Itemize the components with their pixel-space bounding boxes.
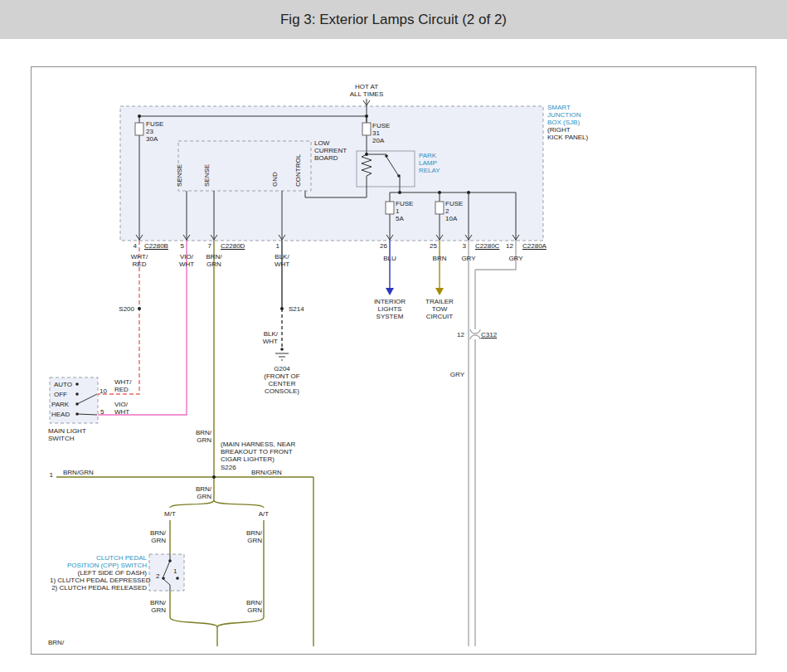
fuse2-label-line3: 10A bbox=[445, 215, 457, 222]
fuse2-label-line1: FUSE bbox=[445, 200, 463, 207]
fuse23-label-line3: 30A bbox=[146, 135, 158, 143]
wire-label-brn-grn-4b: GRN bbox=[146, 537, 166, 544]
relay-label-line1: PARK bbox=[419, 152, 436, 159]
wire-label-wht-red-1a: WHT/ bbox=[123, 253, 156, 261]
wire-label-brn: BRN bbox=[423, 255, 456, 262]
splice-s200-dot bbox=[138, 307, 141, 310]
low-current-board-label-line2: CURRENT bbox=[314, 147, 347, 154]
wire-label-brn-grn-1b: GRN bbox=[197, 261, 231, 268]
connector-c2280b[interactable]: C2280B bbox=[144, 242, 168, 250]
board-pin-sense1-label: SENSE bbox=[176, 157, 183, 187]
pin-26: 26 bbox=[377, 242, 387, 250]
pin-7: 7 bbox=[205, 242, 211, 250]
splice-s214-label: S214 bbox=[289, 305, 304, 313]
wire-label-blu: BLU bbox=[373, 255, 406, 262]
splice-s226-label: S226 bbox=[221, 464, 236, 471]
fuse1-label-line2: 1 bbox=[396, 207, 399, 215]
relay-label-line2: LAMP bbox=[419, 159, 437, 167]
ground-g204-label: G204 bbox=[249, 365, 315, 373]
c312-connector-symbol-bottom bbox=[470, 335, 480, 339]
wire-label-wht-red-2a: WHT/ bbox=[114, 378, 131, 386]
mls-pin-5: 5 bbox=[100, 408, 104, 416]
wire-label-vio-wht-2b: WHT bbox=[114, 408, 129, 416]
mls-pin-10: 10 bbox=[100, 387, 107, 395]
wire-label-brn-grn-5a: BRN/ bbox=[242, 529, 262, 537]
wire-label-blk-wht-1b: WHT bbox=[265, 261, 299, 268]
wire-label-brn-grn-4a: BRN/ bbox=[146, 529, 166, 537]
wire-label-wht-red-2b: RED bbox=[114, 386, 129, 393]
ground-symbol-g204 bbox=[275, 348, 289, 360]
wire-label-brn-grn-3a: BRN/ bbox=[191, 485, 211, 493]
hot-at-label-line1: HOT AT bbox=[347, 83, 386, 90]
cpp-contact-1: 1 bbox=[173, 567, 177, 575]
trailer-tow-line1: TRAILER bbox=[415, 298, 464, 305]
s226-note-line3: CIGAR LIGHTER) bbox=[221, 455, 274, 463]
wire-label-blk-wht-2b: WHT bbox=[253, 338, 278, 345]
wire-label-blk-wht-1a: BLK/ bbox=[265, 253, 299, 261]
connector-c2280a[interactable]: C2280A bbox=[522, 242, 547, 250]
brn-arrowhead bbox=[435, 288, 444, 295]
wire-label-wht-red-1b: RED bbox=[123, 261, 156, 268]
s226-note-line2: BREAKOUT TO FRONT bbox=[221, 448, 293, 455]
low-current-board-outline bbox=[178, 141, 311, 191]
interior-lights-line1: INTERIOR bbox=[365, 298, 415, 305]
mls-position-head: HEAD bbox=[51, 411, 70, 418]
fuse-2-symbol bbox=[435, 202, 444, 214]
wire-label-brn-grn-5b: GRN bbox=[242, 537, 262, 544]
fuse-23-symbol bbox=[135, 123, 143, 135]
ground-location-line1: (FRONT OF bbox=[249, 373, 315, 380]
ground-location-line3: CONSOLE) bbox=[249, 387, 315, 395]
connector-c2280c[interactable]: C2280C bbox=[475, 242, 499, 250]
board-pin-gnd-label: GND bbox=[271, 157, 279, 187]
wire-label-brn-grn-inline-left: BRN/GRN bbox=[63, 469, 94, 476]
interior-lights-line2: LIGHTS bbox=[365, 305, 415, 313]
connector-c312[interactable]: C312 bbox=[481, 331, 497, 338]
wire-label-gry-2: GRY bbox=[499, 255, 532, 262]
mls-position-off: OFF bbox=[54, 391, 67, 398]
bottom-partial-wire-label: BRN/ bbox=[48, 639, 64, 646]
cpp-location: (LEFT SIDE OF DASH) bbox=[50, 569, 147, 577]
wire-label-brn-grn-inline-right: BRN/GRN bbox=[251, 469, 282, 476]
mls-name-line2: SWITCH bbox=[48, 435, 75, 442]
cpp-name-line2: POSITION (CPP) SWITCH bbox=[50, 562, 147, 569]
fuse1-label-line1: FUSE bbox=[396, 200, 413, 207]
board-pin-sense2-label: SENSE bbox=[203, 157, 211, 187]
sjb-location-line1: (RIGHT bbox=[547, 126, 571, 134]
branch-at-label: A/T bbox=[251, 510, 276, 518]
fuse31-label-line2: 31 bbox=[372, 129, 380, 137]
pin-1: 1 bbox=[273, 242, 279, 250]
blu-arrowhead bbox=[386, 288, 394, 295]
fuse1-label-line3: 5A bbox=[396, 215, 404, 222]
low-current-board-label-line1: LOW bbox=[314, 139, 329, 147]
cpp-note-1: 1) CLUTCH PEDAL DEPRESSED bbox=[50, 577, 147, 584]
pin-5: 5 bbox=[177, 242, 184, 250]
wire-label-brn-grn-6b: GRN bbox=[146, 606, 166, 614]
cpp-note-2: 2) CLUTCH PEDAL RELEASED bbox=[50, 584, 147, 592]
sjb-name-line2: JUNCTION bbox=[547, 111, 581, 119]
ground-location-line2: CENTER bbox=[249, 380, 315, 387]
pin-25: 25 bbox=[427, 242, 437, 250]
trailer-tow-line3: CIRCUIT bbox=[415, 313, 464, 320]
pin-4: 4 bbox=[130, 242, 137, 250]
fuse31-label-line3: 20A bbox=[372, 137, 384, 144]
wire-label-brn-grn-7a: BRN/ bbox=[242, 599, 262, 606]
wire-label-gry-3: GRY bbox=[445, 371, 464, 378]
c312-connector-symbol-top bbox=[470, 329, 480, 334]
c312-pin: 12 bbox=[454, 331, 464, 338]
splice-s226-dot bbox=[212, 475, 216, 479]
wire-label-brn-grn-1a: BRN/ bbox=[197, 253, 231, 261]
interior-lights-line3: SYSTEM bbox=[365, 313, 415, 320]
fuse23-label-line2: 23 bbox=[146, 128, 153, 135]
fuse23-label-line1: FUSE bbox=[146, 120, 163, 128]
sjb-name-line1: SMART bbox=[547, 104, 571, 111]
sjb-name-line3: BOX (SJB) bbox=[547, 119, 580, 126]
sjb-location-line2: KICK PANEL) bbox=[547, 134, 588, 141]
splice-s200-label: S200 bbox=[114, 305, 134, 313]
fuse2-label-line2: 2 bbox=[445, 207, 449, 215]
mls-position-auto: AUTO bbox=[54, 381, 72, 388]
wire-label-brn-grn-2b: GRN bbox=[191, 436, 211, 444]
pin-12: 12 bbox=[503, 242, 513, 250]
connector-c2280d[interactable]: C2280D bbox=[221, 242, 245, 250]
wire-gry bbox=[469, 241, 516, 646]
mls-position-park: PARK bbox=[51, 401, 69, 408]
